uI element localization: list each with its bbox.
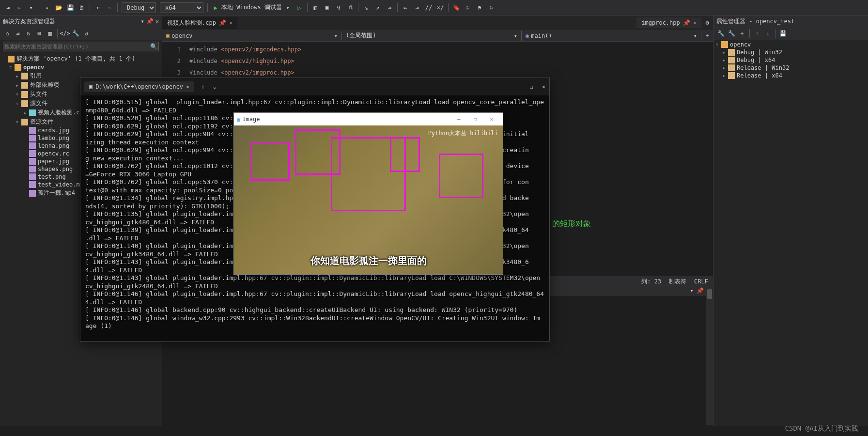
start-debug-icon[interactable]: ▶ — [211, 3, 220, 13]
sync-icon[interactable]: ↻ — [24, 29, 33, 38]
tree-label: cards.jpg — [38, 127, 69, 134]
code-icon[interactable]: </> — [61, 29, 69, 38]
config-item[interactable]: ▸Release | x64 — [713, 72, 868, 79]
add-icon[interactable]: ＋ — [738, 29, 746, 38]
close-icon[interactable]: ✕ — [229, 19, 232, 26]
config-item[interactable]: ▸Debug | Win32 — [713, 48, 868, 56]
pin-icon[interactable]: 📌 — [697, 287, 704, 294]
new-tab-icon[interactable]: ＋ — [198, 82, 208, 92]
image-titlebar[interactable]: ▣ Image — ☐ ✕ — [234, 113, 503, 125]
indent-icon[interactable]: ⇤ — [401, 3, 410, 13]
scrollbar[interactable] — [706, 285, 713, 425]
tool-icon[interactable]: ⇥ — [385, 3, 394, 13]
nav-bar: ▣opencv▾ (全局范围)▾ ◉main()▾ ＋ — [162, 30, 713, 42]
save-all-icon[interactable]: 🗎 — [77, 3, 87, 13]
properties-icon[interactable]: 🔧 — [71, 29, 80, 38]
bookmark-icon[interactable]: ⚐ — [486, 3, 496, 13]
minimize-icon[interactable]: — — [450, 116, 467, 123]
prop-project[interactable]: ▿opencv — [713, 41, 868, 48]
add-icon[interactable]: ＋ — [702, 31, 712, 41]
redo-icon[interactable]: ↷ — [105, 3, 114, 13]
maximize-icon[interactable]: ☐ — [530, 83, 533, 90]
save-icon[interactable]: 💾 — [65, 3, 75, 13]
project-node[interactable]: ▿opencv — [0, 63, 162, 71]
solution-search[interactable]: 🔍 — [3, 42, 159, 51]
property-manager: 属性管理器 - opencv_test 🔧 🔧 ＋ ↑ ↓ 💾 ▿opencv … — [713, 16, 868, 426]
minimize-icon[interactable]: — — [517, 83, 521, 90]
start-without-debug-icon[interactable]: ▷ — [294, 3, 304, 13]
terminal-titlebar[interactable]: ▣ D:\work\C++\opencv\opencv ✕ ＋ ⌄ — ☐ ✕ — [80, 78, 549, 95]
save-icon[interactable]: 💾 — [778, 29, 787, 38]
dropdown-icon[interactable]: ▾ — [141, 18, 144, 25]
search-input[interactable] — [4, 43, 150, 50]
tree-label: test.png — [38, 173, 66, 180]
tool-icon[interactable]: ↗ — [373, 3, 383, 13]
tool-icon[interactable]: ↯ — [334, 3, 343, 13]
close-icon[interactable]: ✕ — [693, 19, 697, 26]
pin-icon[interactable]: 📌 — [219, 19, 226, 26]
close-icon[interactable]: ✕ — [155, 18, 159, 25]
close-icon[interactable]: ✕ — [186, 83, 189, 90]
scope-combo[interactable]: ▣opencv▾ — [162, 31, 342, 40]
func-combo[interactable]: ◉main()▾ — [522, 31, 701, 40]
solution-node[interactable]: 解决方案 'opencv' (1 个项目, 共 1 个) — [0, 54, 162, 63]
close-icon[interactable]: ✕ — [483, 116, 500, 123]
tree-label: Debug | x64 — [737, 57, 775, 63]
outdent-icon[interactable]: ⇥ — [412, 3, 422, 13]
combo-label: opencv — [171, 32, 192, 39]
search-icon[interactable]: 🔍 — [150, 43, 157, 50]
home-icon[interactable]: ⌂ — [3, 29, 12, 38]
tree-label: 引用 — [30, 72, 42, 80]
collapse-icon[interactable]: ⊟ — [35, 29, 44, 38]
config-item[interactable]: ▸Release | Win32 — [713, 64, 868, 72]
editor-tabs: 视频人脸检测.cpp📌✕ imgproc.hpp📌✕ ⚙ — [162, 16, 713, 30]
down-icon[interactable]: ↓ — [763, 29, 772, 38]
tree-label: lenna.png — [38, 142, 69, 149]
platform-select[interactable]: x64 — [160, 2, 203, 13]
chevron-down-icon[interactable]: ▾ — [26, 3, 36, 13]
tool-icon[interactable]: ↘ — [361, 3, 371, 13]
show-all-icon[interactable]: ▦ — [46, 29, 54, 38]
open-icon[interactable]: 📂 — [54, 3, 63, 13]
bookmark-icon[interactable]: 🔖 — [451, 3, 461, 13]
chevron-down-icon[interactable]: ⌄ — [210, 82, 219, 92]
terminal-tab[interactable]: ▣ D:\work\C++\opencv\opencv ✕ — [84, 81, 194, 92]
undo-icon[interactable]: ↶ — [93, 3, 103, 13]
tree-label: 源文件 — [30, 99, 47, 108]
gear-icon[interactable]: ⚙ — [702, 18, 712, 28]
tree-label: opencv — [730, 41, 751, 48]
refresh-icon[interactable]: ↺ — [82, 29, 91, 38]
nav-back-icon[interactable]: ◄ — [3, 3, 13, 13]
up-icon[interactable]: ↑ — [753, 29, 761, 38]
tool-icon[interactable]: ⎙ — [345, 3, 355, 13]
config-select[interactable]: Debug — [122, 2, 156, 13]
chevron-down-icon[interactable]: ▾ — [283, 3, 293, 13]
pin-icon[interactable]: 📌 — [146, 18, 154, 25]
close-icon[interactable]: ✕ — [542, 83, 545, 90]
wrench-icon[interactable]: 🔧 — [727, 29, 736, 38]
dropdown-icon[interactable]: ▾ — [690, 287, 694, 294]
uncomment-icon[interactable]: ×/ — [435, 3, 445, 13]
footer-credit: CSDN @AI从入门到实践 — [785, 424, 858, 433]
tab-active[interactable]: 视频人脸检测.cpp📌✕ — [162, 17, 237, 29]
wrench-icon[interactable]: 🔧 — [716, 29, 725, 38]
tab-right[interactable]: imgproc.hpp📌✕ — [636, 17, 701, 28]
comment-icon[interactable]: // — [424, 3, 434, 13]
switch-icon[interactable]: ⇄ — [14, 29, 22, 38]
app-icon: ▣ — [237, 116, 240, 123]
bookmark-icon[interactable]: ⚐ — [463, 3, 473, 13]
maximize-icon[interactable]: ☐ — [467, 116, 483, 123]
nav-forward-icon[interactable]: ► — [15, 3, 24, 13]
tool-icon[interactable]: ▣ — [322, 3, 332, 13]
face-detection-box — [390, 137, 420, 172]
pin-icon[interactable]: 📌 — [683, 19, 690, 26]
config-item[interactable]: ▸Debug | x64 — [713, 56, 868, 64]
range-combo[interactable]: (全局范围)▾ — [342, 31, 522, 41]
combo-label: (全局范围) — [346, 31, 376, 40]
tree-label: Release | x64 — [737, 72, 782, 79]
debug-label[interactable]: 本地 Windows 调试器 — [221, 3, 282, 12]
video-subtitle: 你知道电影孤注一掷里面的 — [310, 254, 427, 267]
tool-icon[interactable]: ◧ — [310, 3, 320, 13]
new-icon[interactable]: ✦ — [42, 3, 52, 13]
bookmark-icon[interactable]: ⚑ — [475, 3, 484, 13]
